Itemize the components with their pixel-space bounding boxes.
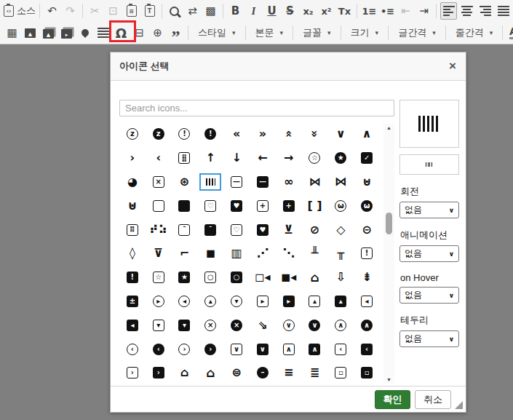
icon-chevron-square-up-solid[interactable]: ∧ xyxy=(302,337,328,361)
align-left-button[interactable] xyxy=(440,2,457,20)
icon-angle-left[interactable]: ‹ xyxy=(146,146,172,170)
icon-award-solid[interactable]: ★ xyxy=(327,146,354,170)
icon-webcam[interactable]: ○ xyxy=(197,266,223,290)
icon-ball-pile[interactable]: ◕ xyxy=(119,170,146,194)
icon-church[interactable]: ⌂ xyxy=(172,361,198,385)
icon-shopping-bag[interactable]: ✓ xyxy=(354,146,380,170)
icon-calendar-exclamation[interactable]: ! xyxy=(354,242,380,266)
icon-test-tube[interactable]: ⊘ xyxy=(302,218,328,242)
icon-chevron-circle-left[interactable]: ‹ xyxy=(119,337,146,361)
indent-button[interactable]: ⇥ xyxy=(415,2,432,20)
icon-cctv-solid[interactable]: ◼ xyxy=(197,242,223,266)
icon-chart-line-down[interactable]: ⇘ xyxy=(250,313,276,337)
icon-chevron-square-down-solid[interactable]: ∨ xyxy=(250,337,276,361)
icon-caret-square-right[interactable]: ▸ xyxy=(250,290,276,314)
icon-caret-square-up-solid[interactable]: ▴ xyxy=(327,290,354,314)
icon-binoculars[interactable]: ∞ xyxy=(276,170,302,194)
icon-database-solid[interactable]: ≣ xyxy=(302,361,328,385)
icon-book-heart-solid[interactable]: ♥ xyxy=(223,194,250,218)
video-button[interactable]: ▸ xyxy=(58,24,75,41)
icon-chevron-square-right-solid[interactable]: › xyxy=(146,361,172,385)
icon-clone[interactable]: ▫ xyxy=(327,361,354,385)
icon-church-solid[interactable]: ⌂ xyxy=(197,361,223,385)
icon-angle-down[interactable]: ∨ xyxy=(327,122,354,146)
icon-capsule[interactable]: ⊝ xyxy=(354,218,380,242)
icon-calendar-heart[interactable]: ♡ xyxy=(223,218,250,242)
icon-chevron-circle-down[interactable]: ∨ xyxy=(276,313,302,337)
scroll-up-icon[interactable]: ▲ xyxy=(383,124,394,132)
icon-network-nodes[interactable]: ╨ xyxy=(302,242,328,266)
icon-chart-network[interactable]: ⋰ xyxy=(250,242,276,266)
select-all-button[interactable]: ▩ xyxy=(202,2,219,20)
icon-braille[interactable]: ⠿ xyxy=(119,218,146,242)
image-button[interactable]: ▲ xyxy=(22,24,39,41)
border-select[interactable]: 없음∨ xyxy=(399,330,459,347)
icon-backpack[interactable]: ⌂ xyxy=(302,266,328,290)
icon-martini-glass[interactable]: ⊽ xyxy=(146,242,172,266)
icon-camera-movie-solid[interactable]: ◼◂ xyxy=(276,266,302,290)
grid-scrollbar[interactable]: ▲ ▼ xyxy=(383,124,394,384)
icon-chart-network-alt[interactable]: ⋱ xyxy=(276,242,302,266)
superscript-button[interactable]: x² xyxy=(318,2,335,20)
icon-award[interactable]: ☆ xyxy=(302,146,328,170)
icon-search-input[interactable] xyxy=(119,100,394,116)
icon-angle-right[interactable]: › xyxy=(119,146,146,170)
font-dropdown[interactable]: 글꼴▾ xyxy=(296,26,338,39)
confirm-button[interactable]: 확인 xyxy=(375,390,410,409)
italic-button[interactable]: I xyxy=(245,2,262,20)
underline-button[interactable]: U xyxy=(263,2,280,20)
text-color-button[interactable]: A▾ xyxy=(506,24,513,41)
bold-button[interactable]: B xyxy=(227,2,244,20)
paste-from-word-button[interactable]: T xyxy=(141,2,158,20)
icon-blanket[interactable]: — xyxy=(223,170,250,194)
icon-arrow-left[interactable]: ← xyxy=(250,146,276,170)
icon-eraser[interactable]: ◊ xyxy=(119,242,146,266)
icon-alarm-exclamation[interactable]: ! xyxy=(172,122,198,146)
icon-brackets[interactable]: [ ] xyxy=(302,194,328,218)
icon-bone[interactable]: ⋈ xyxy=(302,170,328,194)
icon-drum-solid[interactable]: – xyxy=(250,361,276,385)
icon-basketball[interactable]: ⊛ xyxy=(172,170,198,194)
icon-angle-up[interactable]: ∧ xyxy=(354,122,380,146)
icon-chevron-square-left-solid[interactable]: ‹ xyxy=(354,337,380,361)
icon-clone-solid[interactable]: ▫ xyxy=(354,361,380,385)
icon-caret-square-left-solid[interactable]: ◂ xyxy=(119,313,146,337)
icon-chevron-square-down[interactable]: ∨ xyxy=(223,337,250,361)
numbered-list-button[interactable]: 1≡ xyxy=(361,2,378,20)
strikethrough-button[interactable]: S xyxy=(282,2,298,20)
icon-brain-solid[interactable]: ω xyxy=(354,194,380,218)
iframe-button[interactable]: ⊕ xyxy=(149,24,166,41)
icon-barcode-read[interactable] xyxy=(197,170,223,194)
paste-button[interactable]: ≡ xyxy=(123,2,140,20)
icon-angle-double-up[interactable]: « xyxy=(276,122,302,146)
icon-chevron-square-up[interactable]: ∧ xyxy=(276,337,302,361)
icon-drum[interactable]: ⊜ xyxy=(223,361,250,385)
resize-handle-icon[interactable] xyxy=(455,401,463,409)
remove-format-button[interactable]: Tx xyxy=(336,2,353,20)
icon-caret-square-up[interactable]: ▴ xyxy=(302,290,328,314)
redo-button[interactable]: ↷ xyxy=(62,2,79,20)
icon-glass-citrus[interactable]: ⊻ xyxy=(276,218,302,242)
table-button[interactable]: ▦ xyxy=(4,24,20,41)
icon-arrow-up[interactable]: ↑ xyxy=(197,146,223,170)
image-gallery-button[interactable]: ▲ xyxy=(40,24,57,41)
animation-select[interactable]: 없음∨ xyxy=(399,245,459,262)
subscript-button[interactable]: x₂ xyxy=(300,2,317,20)
icon-caret-square-left[interactable]: ◂ xyxy=(354,290,380,314)
icon-flask[interactable]: ⊍ xyxy=(354,170,380,194)
icon-flask-solid[interactable]: ⊍ xyxy=(119,194,146,218)
icon-angle-double-down[interactable]: » xyxy=(302,122,328,146)
icon-bone-solid[interactable]: ⋈ xyxy=(327,170,354,194)
icon-database[interactable]: ≡ xyxy=(276,361,302,385)
format-dropdown[interactable]: 본문▾ xyxy=(249,26,290,39)
icon-browser[interactable]: ¯ xyxy=(172,218,198,242)
letter-spacing-dropdown[interactable]: 글간격▾ xyxy=(391,26,442,39)
icon-shield-x[interactable]: × xyxy=(197,313,223,337)
map-pin-button[interactable] xyxy=(76,24,93,41)
icon-book-solid[interactable] xyxy=(172,194,198,218)
icon-browser-solid[interactable]: ¯ xyxy=(197,218,223,242)
icon-alarm-exclamation-solid[interactable]: ! xyxy=(197,122,223,146)
copy-button[interactable]: ⊡ xyxy=(105,2,122,20)
icon-book-medical[interactable]: + xyxy=(250,194,276,218)
icon-book-medical-solid[interactable]: + xyxy=(276,194,302,218)
